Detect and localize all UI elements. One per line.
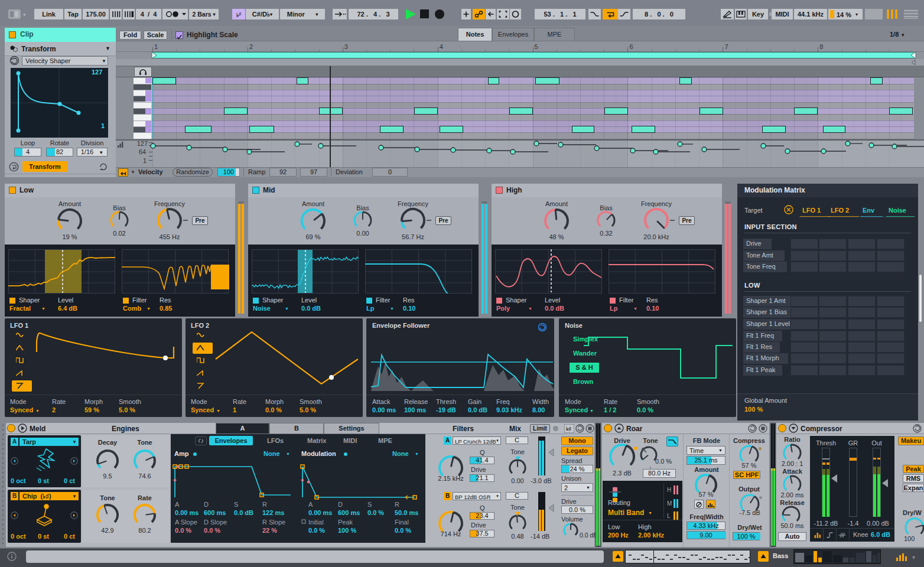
svg-text:♭♯: ♭♯ [566,426,571,432]
